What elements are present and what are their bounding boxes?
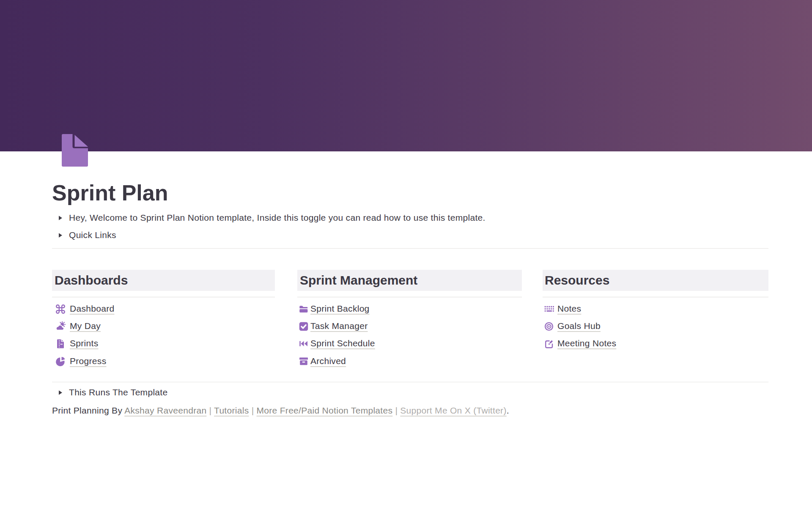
toggle-triangle-icon[interactable] [55, 230, 65, 240]
toggle-label: This Runs The Template [69, 387, 167, 397]
column-header: Resources [543, 270, 768, 291]
footer-separator: | [249, 406, 257, 415]
column-header-label: Resources [545, 273, 609, 288]
page-link[interactable]: Notes [557, 304, 581, 314]
column-header: Sprint Management [297, 270, 522, 291]
page-link-item[interactable]: My Day [52, 317, 275, 334]
page-link[interactable]: Sprint Schedule [310, 338, 375, 348]
sun-behind-cloud-icon [55, 321, 66, 332]
column-resources: ResourcesNotesGoals HubMeeting Notes [543, 270, 768, 352]
keyboard-icon [544, 304, 554, 314]
page-link-item[interactable]: Progress [52, 352, 275, 370]
page-link[interactable]: Progress [70, 356, 106, 366]
page-link[interactable]: Task Manager [310, 321, 368, 331]
target-icon [544, 321, 554, 332]
page-link-item[interactable]: Dashboard [52, 300, 275, 317]
divider [543, 297, 768, 297]
footer-suffix: . [507, 406, 509, 415]
command-icon [55, 304, 66, 314]
page-link-item[interactable]: Sprint Backlog [297, 300, 522, 317]
footer-separator: | [392, 406, 400, 415]
page-link[interactable]: Sprints [70, 338, 98, 348]
compose-icon [544, 339, 554, 349]
divider [52, 382, 768, 382]
column-header-label: Sprint Management [300, 273, 417, 288]
pie-chart-icon [55, 356, 66, 367]
archive-icon [299, 356, 309, 367]
footer-credits: Print Planning By Akshay Raveendran | Tu… [52, 405, 768, 416]
toggle-label: Hey, Welcome to Sprint Plan Notion templ… [69, 213, 486, 223]
footer-link[interactable]: Akshay Raveendran [124, 406, 206, 415]
toggle-triangle-icon[interactable] [55, 213, 65, 222]
page-link-item[interactable]: Archived [297, 352, 522, 370]
footer-link[interactable]: More Free/Paid Notion Templates [257, 406, 393, 415]
page-title: Sprint Plan [52, 180, 768, 206]
column-header: Dashboards [52, 270, 275, 291]
footer-prefix: Print Planning By [52, 406, 124, 415]
page-link-item[interactable]: Task Manager [297, 317, 522, 334]
rewind-icon [299, 339, 309, 349]
page-link-item[interactable]: Sprint Schedule [297, 335, 522, 352]
page-cover [0, 0, 812, 151]
page-link[interactable]: My Day [70, 321, 101, 331]
toggle-block-top-1[interactable]: Hey, Welcome to Sprint Plan Notion templ… [52, 209, 768, 226]
column-sprint-management: Sprint ManagementSprint BacklogTask Mana… [297, 270, 522, 370]
page-link-item[interactable]: Meeting Notes [543, 335, 768, 352]
footer-link[interactable]: Tutorials [214, 406, 249, 415]
toggle-block-bottom[interactable]: This Runs The Template [52, 384, 768, 401]
toggle-triangle-icon[interactable] [55, 388, 65, 397]
folder-icon [299, 304, 309, 314]
toggle-label: Quick Links [69, 230, 116, 240]
footer-separator: | [209, 406, 214, 415]
page-link-item[interactable]: Goals Hub [543, 317, 768, 334]
column-dashboards: DashboardsDashboardMy DaySprintsProgress [52, 270, 275, 370]
page-link-item[interactable]: Notes [543, 300, 768, 317]
page-icon[interactable] [62, 134, 88, 167]
document-icon [55, 339, 66, 349]
divider [52, 297, 275, 297]
page-link[interactable]: Sprint Backlog [310, 304, 370, 314]
divider [52, 248, 768, 249]
page-link-item[interactable]: Sprints [52, 335, 275, 352]
page-link[interactable]: Goals Hub [557, 321, 601, 331]
divider [297, 297, 522, 297]
checkbox-icon [299, 321, 309, 332]
column-header-label: Dashboards [55, 273, 128, 288]
page-link[interactable]: Dashboard [70, 304, 114, 314]
footer-link[interactable]: Support Me On X (Twitter) [400, 406, 506, 415]
page-link[interactable]: Meeting Notes [557, 338, 616, 348]
toggle-block-top-2[interactable]: Quick Links [52, 227, 768, 244]
page-link[interactable]: Archived [310, 356, 346, 366]
